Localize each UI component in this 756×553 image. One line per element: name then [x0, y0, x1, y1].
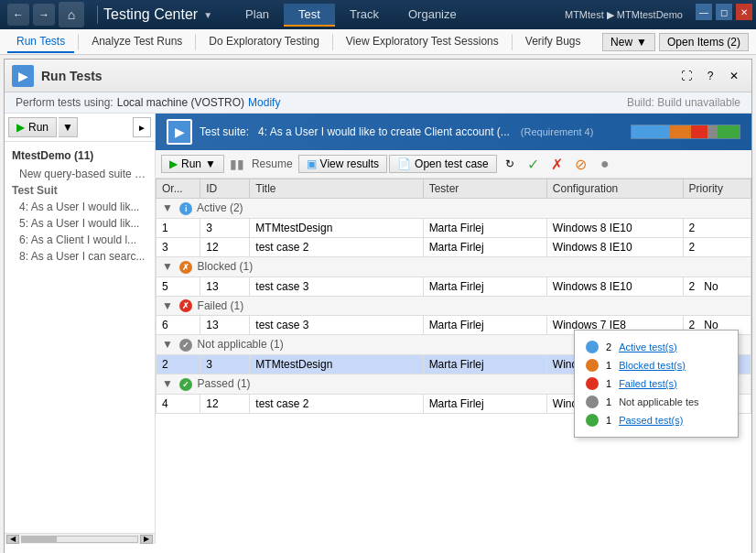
legend-passed: 1 Passed test(s) [586, 411, 727, 429]
right-panel: ▶ Test suite: 4: As a User I would like … [156, 114, 751, 544]
status-icon-failed: ✗ [179, 299, 192, 312]
legend-dot-active [586, 341, 599, 353]
resume-button[interactable]: ▮▮ [226, 153, 248, 175]
app-dropdown-arrow[interactable]: ▼ [203, 10, 212, 20]
build-modify-link[interactable]: Modify [248, 96, 280, 109]
build-bar: Perform tests using: Local machine (VOST… [5, 92, 751, 114]
th-id[interactable]: ID [200, 179, 250, 199]
minimize-button[interactable]: — [696, 4, 712, 20]
suite-name: As a User I would like to create Client … [270, 125, 510, 138]
ribbon-view-sessions[interactable]: View Exploratory Test Sessions [337, 31, 508, 53]
legend-dot-passed [586, 414, 599, 427]
run-toolbar: ▶ Run ▼ ► [5, 114, 155, 142]
group-failed: ▼ ✗ Failed (1) [157, 296, 751, 316]
ribbon-exploratory[interactable]: Do Exploratory Testing [200, 31, 329, 53]
legend-link-passed[interactable]: Passed test(s) [619, 415, 683, 426]
ribbon-verify-bugs[interactable]: Verify Bugs [516, 31, 590, 53]
suite-item-5[interactable]: 5: As a User I would lik... [5, 215, 155, 232]
scroll-track[interactable] [21, 536, 138, 543]
block-button[interactable]: ⊘ [570, 153, 592, 175]
view-results-button[interactable]: ▣ View results [298, 155, 387, 173]
cell-priority: 2 [683, 237, 751, 256]
table-row[interactable]: 1 3 MTMtestDesign Marta Firlej Windows 8… [157, 218, 751, 237]
th-priority[interactable]: Priority [683, 179, 751, 199]
cell-order: 5 [157, 276, 200, 296]
suite-progress-bar [631, 125, 740, 139]
run-suite-label: Run [181, 157, 201, 170]
panel-close-icon[interactable]: ✕ [724, 66, 744, 86]
tab-organize[interactable]: Organize [394, 4, 471, 27]
run-dropdown-arrow[interactable]: ▼ [59, 117, 78, 137]
suite-item-8[interactable]: 8: As a User I can searc... [5, 248, 155, 265]
restore-button[interactable]: ◻ [716, 4, 732, 20]
run-suite-button[interactable]: ▶ Run ▼ [161, 155, 224, 173]
expand-button[interactable]: ► [133, 117, 151, 137]
new-query-suite[interactable]: New query-based suite (2... [5, 166, 155, 182]
suite-item-6[interactable]: 6: As a Client I would l... [5, 232, 155, 248]
suite-item-4[interactable]: 4: As a User I would lik... [5, 199, 155, 215]
back-button[interactable]: ← [7, 4, 29, 26]
legend-link-failed[interactable]: Failed test(s) [619, 378, 677, 389]
suite-number: 4: [258, 125, 267, 138]
open-items-button[interactable]: Open Items (2) [659, 33, 749, 51]
resume-label[interactable]: Resume [252, 157, 293, 170]
pass-button[interactable]: ✓ [523, 153, 545, 175]
group-expand-notapplicable[interactable]: ▼ [162, 338, 173, 351]
open-test-case-label: Open test case [415, 157, 489, 170]
tab-track[interactable]: Track [335, 4, 394, 27]
panel-maximize-icon[interactable]: ⛶ [676, 66, 697, 86]
refresh-button[interactable]: ↻ [499, 153, 521, 175]
group-expand-active[interactable]: ▼ [162, 201, 173, 214]
run-label: Run [28, 121, 49, 134]
close-button[interactable]: ✕ [736, 4, 752, 20]
run-button[interactable]: ▶ Run [8, 117, 57, 137]
group-expand-failed[interactable]: ▼ [162, 299, 173, 312]
group-expand-passed[interactable]: ▼ [162, 377, 173, 390]
test-suit-label: Test Suit [5, 182, 155, 199]
panel-icon: ▶ [12, 65, 34, 87]
legend-failed: 1 Failed test(s) [586, 374, 727, 393]
scroll-right-btn[interactable]: ▶ [140, 535, 153, 544]
left-scrollbar[interactable]: ◀ ▶ [5, 533, 155, 544]
suite-icon: ▶ [167, 119, 192, 145]
group-expand-blocked[interactable]: ▼ [162, 260, 173, 273]
th-tester[interactable]: Tester [423, 179, 546, 199]
cell-tester: Marta Firlej [423, 316, 546, 335]
ribbon-run-tests[interactable]: Run Tests [7, 31, 74, 53]
group-active: ▼ i Active (2) [157, 199, 751, 219]
th-order[interactable]: Or... [157, 179, 200, 199]
th-title[interactable]: Title [250, 179, 423, 199]
cell-title: MTMtestDesign [250, 355, 423, 374]
home-button[interactable]: ⌂ [59, 2, 84, 27]
group-name-active: Active (2) [197, 201, 243, 214]
user-info: MTMtest ▶ MTMtestDemo [565, 9, 683, 21]
table-row[interactable]: 5 13 test case 3 Marta Firlej Windows 8 … [157, 276, 751, 296]
cell-priority: 2 [683, 218, 751, 237]
ribbon-analyze[interactable]: Analyze Test Runs [82, 31, 191, 53]
legend-text-notapplicable: Not applicable tes [619, 396, 698, 407]
new-button[interactable]: New ▼ [602, 33, 655, 51]
suite-header: MtestDemo (11) [5, 146, 155, 166]
legend-link-blocked[interactable]: Blocked test(s) [619, 360, 686, 371]
scroll-left-btn[interactable]: ◀ [6, 535, 19, 544]
legend-link-active[interactable]: Active test(s) [619, 342, 677, 352]
th-config[interactable]: Configuration [546, 179, 683, 199]
status-icon-blocked: ✗ [179, 261, 192, 274]
progress-orange [669, 125, 691, 138]
build-label: Perform tests using: [16, 96, 113, 109]
cell-order: 4 [157, 395, 200, 414]
title-bar: ← → ⌂ Testing Center ▼ Plan Test Track O… [0, 0, 756, 29]
ribbon: Run Tests Analyze Test Runs Do Explorato… [0, 29, 756, 55]
cell-id: 13 [200, 316, 250, 335]
window-controls: — ◻ ✕ [696, 4, 752, 20]
group-name-notapplicable: Not applicable (1) [198, 338, 284, 351]
table-row[interactable]: 3 12 test case 2 Marta Firlej Windows 8 … [157, 237, 751, 256]
panel-help-icon[interactable]: ? [700, 66, 720, 86]
fail-button[interactable]: ✗ [546, 153, 568, 175]
forward-button[interactable]: → [33, 4, 55, 26]
tab-plan[interactable]: Plan [231, 4, 284, 27]
cell-title: test case 2 [250, 237, 423, 256]
more-button[interactable]: ● [594, 153, 616, 175]
tab-test[interactable]: Test [284, 4, 335, 27]
open-test-case-button[interactable]: 📄 Open test case [389, 155, 497, 173]
